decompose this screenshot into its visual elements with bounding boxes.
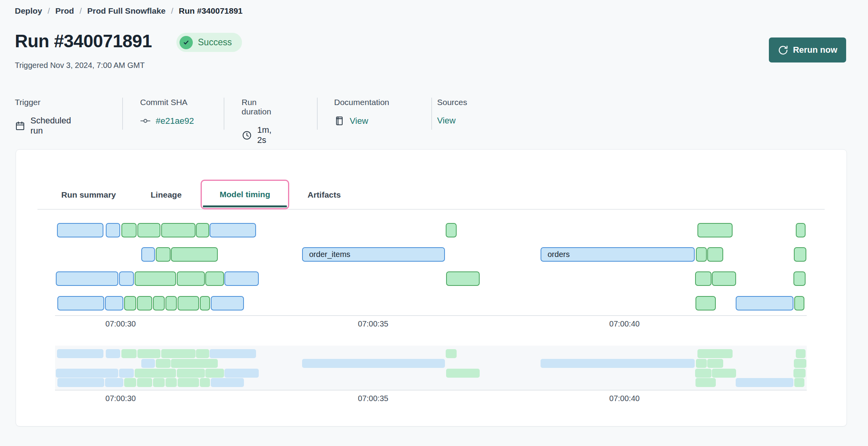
timing-bar [171, 359, 218, 368]
timing-bar[interactable] [57, 296, 104, 310]
timing-bar[interactable] [200, 296, 210, 310]
axis-tick-label: 07:00:40 [609, 319, 640, 328]
timing-bar[interactable] [119, 271, 134, 286]
axis-tick-label: 07:00:40 [609, 394, 640, 403]
timing-bar[interactable] [137, 296, 152, 310]
timing-bar [119, 369, 134, 378]
timing-bar[interactable] [696, 247, 707, 262]
timing-bar-order_items [302, 359, 445, 368]
timing-bar[interactable] [165, 296, 177, 310]
timing-bar-order_items[interactable]: order_items [302, 247, 445, 262]
timing-bar[interactable] [178, 296, 199, 310]
timing-bar[interactable] [210, 223, 256, 237]
breadcrumb-separator: / [171, 6, 173, 16]
timing-bar[interactable] [57, 223, 103, 237]
breadcrumb-item-environment[interactable]: Prod Full Snowflake [87, 6, 166, 16]
timing-bar-label: order_items [303, 250, 350, 259]
timing-bar-orders [541, 359, 695, 368]
timing-bar[interactable] [695, 296, 716, 310]
timing-bar [224, 369, 259, 378]
timing-bar [796, 349, 806, 358]
meta-trigger: Trigger Scheduled run [15, 98, 71, 136]
timing-bar[interactable] [446, 271, 480, 286]
timing-bar[interactable] [712, 271, 736, 286]
meta-label: Commit SHA [140, 98, 194, 107]
timing-bar[interactable] [106, 223, 120, 237]
meta-label: Trigger [15, 98, 71, 107]
timing-bar [794, 359, 806, 368]
timing-bar[interactable] [695, 271, 711, 286]
docs-icon [334, 116, 345, 126]
tab-model-timing[interactable]: Model timing [220, 190, 270, 199]
timing-bar [211, 378, 244, 387]
timing-bar [707, 359, 723, 368]
x-axis-line [55, 390, 807, 391]
timing-bar[interactable] [793, 271, 806, 286]
timing-bar[interactable] [707, 247, 723, 262]
timing-bar[interactable] [156, 247, 171, 262]
calendar-icon [15, 121, 25, 131]
timing-bar[interactable] [141, 247, 155, 262]
timing-bar [165, 378, 177, 387]
timing-bar [56, 369, 118, 378]
clock-icon [242, 130, 252, 141]
timing-bar [205, 369, 224, 378]
timing-bar [121, 349, 137, 358]
timing-bar[interactable] [211, 296, 244, 310]
timing-bar[interactable] [796, 223, 806, 237]
timing-bar [106, 349, 120, 358]
status-badge-label: Success [198, 37, 232, 48]
status-badge: Success [176, 33, 242, 52]
timing-bar[interactable] [205, 271, 224, 286]
tab-lineage[interactable]: Lineage [151, 190, 181, 200]
timing-bar [210, 349, 256, 358]
timing-bar[interactable] [161, 223, 196, 237]
rerun-now-button[interactable]: Rerun now [769, 37, 846, 62]
meta-label: Run duration [242, 98, 272, 116]
documentation-view-link[interactable]: View [350, 116, 368, 126]
timing-bar[interactable] [196, 223, 209, 237]
timing-bar[interactable] [697, 223, 733, 237]
sources-view-link[interactable]: View [437, 116, 455, 126]
rerun-now-label: Rerun now [793, 45, 838, 55]
meta-label: Sources [437, 98, 467, 107]
timing-bar[interactable] [224, 271, 259, 286]
timing-bar [712, 369, 736, 378]
timing-bar[interactable] [153, 296, 165, 310]
timing-minimap[interactable]: 07:00:3007:00:3507:00:40 [55, 346, 807, 390]
timing-bar[interactable] [124, 296, 136, 310]
timing-bar[interactable] [171, 247, 218, 262]
timing-bar[interactable] [736, 296, 793, 310]
run-duration-value: 1m, 2s [257, 125, 272, 145]
timing-bar[interactable] [446, 223, 457, 237]
timing-bar[interactable] [794, 247, 806, 262]
timing-bar[interactable] [105, 296, 123, 310]
model-timing-chart: order_itemsorders07:00:3007:00:3507:00:4… [55, 219, 807, 315]
timing-bar[interactable] [121, 223, 137, 237]
timing-bar-orders[interactable]: orders [541, 247, 695, 262]
breadcrumb-item-deploy[interactable]: Deploy [15, 6, 42, 16]
tab-model-timing-highlight[interactable]: Model timing [201, 180, 289, 209]
axis-tick-label: 07:00:30 [105, 319, 136, 328]
timing-bar[interactable] [137, 223, 160, 237]
refresh-icon [778, 45, 788, 55]
meta-run-duration: Run duration 1m, 2s [242, 98, 272, 145]
page-title: Run #340071891 [15, 30, 152, 52]
x-axis-line [55, 315, 807, 316]
timing-bar [695, 369, 711, 378]
timing-bar[interactable] [794, 296, 804, 310]
timing-bar [141, 359, 155, 368]
tab-run-summary[interactable]: Run summary [61, 190, 116, 200]
timing-bar[interactable] [177, 271, 205, 286]
meta-documentation: Documentation View [334, 98, 389, 126]
commit-sha-link[interactable]: #e21ae92 [156, 116, 194, 126]
breadcrumb-item-prod[interactable]: Prod [55, 6, 74, 16]
timing-bar [446, 369, 480, 378]
timing-bar[interactable] [56, 271, 118, 286]
tab-artifacts[interactable]: Artifacts [308, 190, 341, 200]
timing-bar[interactable] [135, 271, 176, 286]
timing-bar [177, 369, 205, 378]
timing-bar [736, 378, 793, 387]
timing-bar [793, 369, 806, 378]
meta-divider [122, 98, 123, 130]
